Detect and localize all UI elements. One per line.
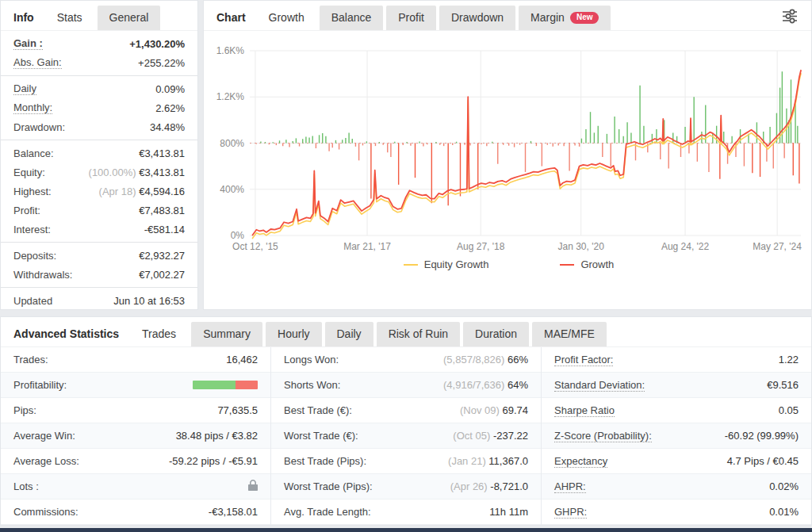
tab-summary[interactable]: Summary [191, 322, 262, 346]
stat-row-trades: Trades:16,462 [1, 347, 270, 373]
stat-row-z-score-probability: Z-Score (Probability):-60.92 (99.99%) [542, 423, 811, 449]
tab-hourly[interactable]: Hourly [266, 322, 321, 346]
legend-item-equity-growth[interactable]: Equity Growth [404, 258, 489, 270]
tab-balance[interactable]: Balance [320, 6, 384, 30]
profitability-loss-segment [236, 381, 258, 389]
tab-mae-mfe[interactable]: MAE/MFE [532, 322, 607, 346]
stat-label: Equity: [13, 166, 45, 178]
stat-value: 1.22 [779, 354, 799, 366]
stat-value: €7,483.81 [139, 205, 185, 216]
tab-label: Profit [398, 11, 424, 24]
group-divider [1, 140, 197, 140]
advanced-statistics-tabs: TradesSummaryHourlyDailyRisk of RuinDura… [130, 322, 610, 346]
stat-row-lots: Lots : [1, 474, 270, 499]
stat-value-note: (Apr 26) [450, 480, 491, 492]
svg-text:1.2K%: 1.2K% [216, 91, 245, 102]
chart-panel: Chart GrowthBalanceProfitDrawdownMarginN… [203, 0, 812, 310]
stat-value: (Apr 26) -8,721.0 [450, 480, 528, 492]
stat-row-worst-trade: Worst Trade (€):(Oct 05) -237.22 [271, 423, 541, 449]
stat-value-note: (5,857/8,826) [443, 354, 508, 366]
stat-label: Pips: [13, 404, 36, 416]
stat-row-updated: UpdatedJun 10 at 16:53 [1, 291, 197, 310]
stat-label: Longs Won: [284, 354, 339, 366]
legend-dash-icon [560, 264, 574, 266]
stat-value: -59.22 pips / -€5.91 [169, 455, 258, 467]
chart-panel-title: Chart [216, 6, 257, 30]
stat-value: 2.62% [155, 102, 185, 114]
stat-value: €2,932.27 [139, 250, 185, 262]
stat-value-note: (Jan 21) [448, 455, 488, 467]
tab-drawdown[interactable]: Drawdown [439, 6, 515, 30]
tab-stats[interactable]: Stats [45, 6, 94, 30]
tab-growth[interactable]: Growth [257, 6, 316, 30]
growth-chart[interactable]: 0%400%800%1.2K%1.6K%Oct 12, '15Mar 21, '… [204, 31, 811, 270]
svg-text:Aug 27, '18: Aug 27, '18 [457, 241, 505, 252]
stat-row-ghpr: GHPR:0.01% [542, 499, 811, 525]
stat-row-sharpe-ratio: Sharpe Ratio0.05 [542, 398, 811, 423]
svg-text:0%: 0% [231, 230, 245, 241]
legend-dash-icon [404, 264, 418, 266]
stat-value: 0.02% [769, 480, 799, 492]
stat-label: Average Loss: [13, 455, 79, 467]
tab-duration[interactable]: Duration [463, 322, 529, 346]
stat-row-abs-gain: Abs. Gain:+255.22% [1, 53, 197, 72]
legend-label: Equity Growth [424, 258, 489, 270]
tab-general[interactable]: General [98, 6, 161, 30]
stat-value: 11h 11m [489, 506, 528, 518]
profitability-win-segment [193, 381, 236, 389]
stat-row-avg-trade-length: Avg. Trade Length:11h 11m [271, 499, 541, 525]
advanced-statistics-title: Advanced Statistics [13, 322, 130, 346]
account-stats-list: Gain :+1,430.20%Abs. Gain:+255.22%Daily0… [1, 31, 197, 329]
stat-value: €7,002.27 [139, 269, 185, 281]
stat-label: Standard Deviation: [554, 379, 645, 392]
stat-row-profit-factor: Profit Factor:1.22 [542, 347, 811, 373]
tab-margin[interactable]: MarginNew [519, 6, 611, 30]
stat-label: Commissions: [13, 506, 79, 518]
chart-legend: Equity GrowthGrowth [206, 258, 811, 270]
stat-label: Z-Score (Probability): [554, 430, 652, 442]
tab-daily[interactable]: Daily [325, 322, 373, 346]
tab-label: Summary [203, 327, 251, 340]
stat-value: (Jan 21) 11,367.0 [448, 455, 528, 467]
tab-profit[interactable]: Profit [386, 6, 436, 30]
stat-label: Worst Trade (Pips): [284, 480, 373, 492]
lock-icon [248, 480, 258, 493]
stat-value: +1,430.20% [129, 38, 185, 50]
stat-label: Expectancy [554, 455, 607, 468]
stat-row-daily: Daily0.09% [1, 79, 197, 98]
tab-label: Daily [337, 327, 362, 340]
stat-row-worst-trade-pips: Worst Trade (Pips):(Apr 26) -8,721.0 [271, 474, 541, 499]
stat-row-longs-won: Longs Won:(5,857/8,826) 66% [271, 347, 541, 373]
tab-label: MAE/MFE [544, 327, 595, 340]
stat-row-average-win: Average Win:38.48 pips / €3.82 [1, 423, 270, 449]
stat-label: Best Trade (Pips): [284, 455, 366, 467]
svg-text:1.6K%: 1.6K% [216, 45, 245, 56]
chart-settings-icon[interactable] [776, 6, 803, 29]
stat-label: Highest: [13, 186, 52, 197]
stats-column-1: Trades:16,462Profitability:Pips:77,635.5… [1, 347, 270, 525]
tab-risk-of-ruin[interactable]: Risk of Ruin [377, 322, 460, 346]
stat-label: Shorts Won: [284, 379, 340, 391]
stat-row-highest: Highest:(Apr 18) €4,594.16 [1, 182, 197, 201]
svg-text:800%: 800% [220, 138, 244, 149]
info-stats-panel: Info StatsGeneral Gain :+1,430.20%Abs. G… [0, 0, 198, 310]
svg-text:Mar 21, '17: Mar 21, '17 [343, 241, 391, 252]
stat-value-note: (Apr 18) [99, 186, 140, 197]
stat-label: Balance: [13, 147, 54, 159]
legend-item-growth[interactable]: Growth [560, 258, 614, 270]
legend-label: Growth [580, 258, 614, 270]
stat-value: 0.09% [155, 83, 185, 95]
stat-value: 0.05 [779, 404, 799, 416]
stat-value: 34.48% [150, 121, 185, 133]
tab-label: Stats [57, 11, 82, 24]
tab-trades[interactable]: Trades [130, 322, 188, 346]
svg-text:400%: 400% [220, 184, 244, 195]
stat-row-gain: Gain :+1,430.20% [1, 34, 197, 53]
stat-label: Deposits: [13, 250, 56, 262]
tab-label: General [109, 11, 149, 24]
stat-value: -€3,158.01 [209, 506, 258, 518]
stat-row-profit: Profit:€7,483.81 [1, 201, 197, 220]
stat-row-pips: Pips:77,635.5 [1, 398, 270, 423]
stat-row-expectancy: Expectancy4.7 Pips / €0.45 [542, 449, 811, 474]
stat-value: +255.22% [138, 57, 185, 69]
